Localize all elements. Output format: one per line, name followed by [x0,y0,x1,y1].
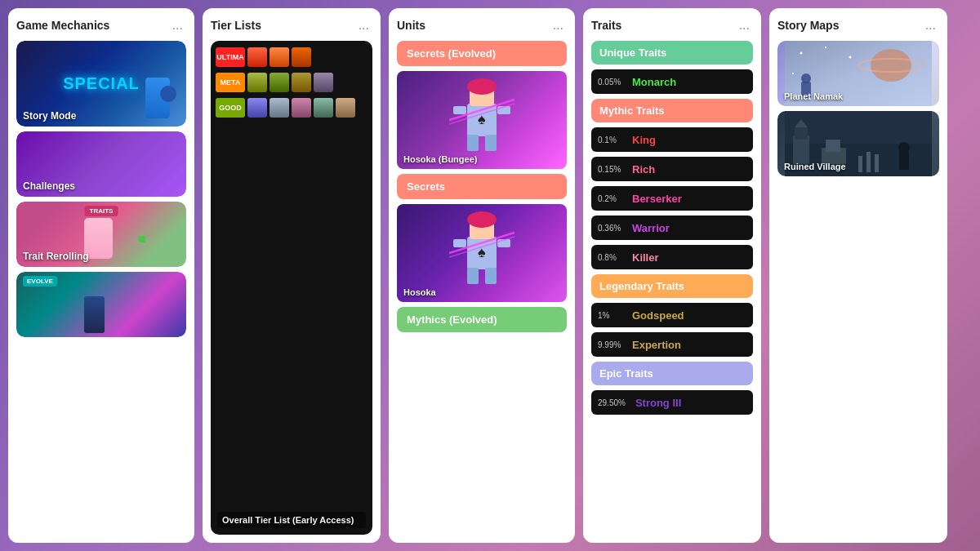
svg-point-26 [792,73,794,74]
overall-tier-label: Overall Tier List (Early Access) [217,512,366,528]
tier-avatar [336,98,355,118]
svg-point-40 [898,142,910,153]
trait-pct-strong: 29.50% [591,398,632,407]
units-list: Secrets (Evolved) ♠ [397,41,567,535]
traits-panel: Traits ... Unique Traits 0.05% Monarch M… [583,8,761,543]
evolve-card[interactable]: EVOLVE [16,272,186,337]
svg-rect-5 [485,135,497,151]
evolve-badge: EVOLVE [23,276,57,287]
svg-rect-16 [453,239,466,247]
units-header: Units ... [397,16,567,34]
trait-name-monarch: Monarch [629,76,679,88]
story-maps-header: Story Maps ... [777,16,939,34]
mythic-traits-header: Mythic Traits [591,99,753,122]
story-mode-card[interactable]: SPECIAL Story Mode [16,41,186,127]
units-title: Units [397,19,425,32]
trait-pct-killer: 0.8% [591,253,629,262]
trait-pct-king: 0.1% [591,136,629,144]
tier-avatar [292,47,311,67]
trait-pct-warrior: 0.36% [591,224,629,233]
ruined-village-label: Ruined Village [784,162,846,171]
hosoka-card[interactable]: ♠ Hosoka [397,204,567,302]
planet-namak-label: Planet Namak [784,91,843,101]
trait-pct-expertion: 9.99% [591,340,629,349]
svg-point-21 [871,49,911,82]
story-mode-label: Story Mode [23,110,76,122]
svg-rect-4 [467,135,479,151]
tier-avatar [292,98,311,118]
challenges-label: Challenges [23,180,75,192]
svg-rect-38 [875,154,879,172]
game-mechanics-list: SPECIAL Story Mode Challenges TRAITS Tra… [16,41,186,535]
svg-rect-37 [866,152,871,172]
traits-list: Unique Traits 0.05% Monarch Mythic Trait… [591,41,753,535]
trait-name-expertion: Expertion [629,339,684,351]
traits-menu-button[interactable]: ... [736,16,753,34]
game-mechanics-menu-button[interactable]: ... [169,16,186,34]
svg-rect-32 [795,127,808,140]
overall-tier-card[interactable]: ULTIMA META GOOD [211,41,372,535]
hosoka-bungee-card[interactable]: ♠ Hosoka (Bungee) [397,71,567,169]
tier-avatar [247,98,267,118]
svg-rect-15 [485,268,497,284]
tier-label-meta: META [216,73,245,92]
trait-row-king[interactable]: 0.1% King [591,127,753,152]
trait-row-godspeed[interactable]: 1% Godspeed [591,303,753,327]
trait-row-berserker[interactable]: 0.2% Berserker [591,186,753,211]
trait-name-king: King [629,134,659,146]
trait-name-berserker: Berserker [629,193,685,205]
story-maps-panel: Story Maps ... [769,8,947,543]
tier-lists-content: ULTIMA META GOOD [211,41,372,535]
traits-header: Traits ... [591,16,753,34]
secrets-evolved-header: Secrets (Evolved) [397,41,567,66]
svg-rect-6 [453,106,466,114]
units-menu-button[interactable]: ... [550,16,567,34]
trait-name-rich: Rich [629,163,658,176]
svg-point-28 [801,73,811,83]
story-maps-list: Planet Namak [777,41,939,535]
story-maps-menu-button[interactable]: ... [922,16,939,34]
trait-row-warrior[interactable]: 0.36% Warrior [591,216,753,240]
svg-point-2 [467,78,497,95]
game-mechanics-panel: Game Mechanics ... SPECIAL Story Mode Ch… [8,8,194,543]
tier-avatar [270,47,289,67]
mythics-evolved-header: Mythics (Evolved) [397,307,567,332]
trait-pct-rich: 0.15% [591,165,629,174]
tier-avatar [314,98,333,118]
tier-row-ultima: ULTIMA [216,46,368,69]
tier-label-good: GOOD [216,98,245,118]
hosoka-label: Hosoka [403,287,436,297]
trait-pct-berserker: 0.2% [591,194,629,203]
tier-label-ultima: ULTIMA [216,47,245,67]
tier-avatar [292,73,311,92]
tier-avatar [314,73,333,92]
trait-name-strong: Strong III [632,397,684,409]
tier-row-good: GOOD [216,96,368,119]
svg-rect-14 [467,268,479,284]
trait-pct-godspeed: 1% [591,311,629,320]
trait-row-expertion[interactable]: 9.99% Expertion [591,332,753,357]
planet-namak-card[interactable]: Planet Namak [777,41,939,106]
svg-rect-39 [899,152,909,170]
trait-rerolling-card[interactable]: TRAITS Trait Rerolling [16,202,186,267]
tier-row-meta: META [216,71,368,94]
trait-rerolling-label: Trait Rerolling [23,251,89,262]
svg-rect-36 [858,156,862,172]
svg-rect-31 [793,136,809,164]
svg-rect-35 [826,140,840,152]
trait-row-strong[interactable]: 29.50% Strong III [591,390,753,415]
trait-pct-monarch: 0.05% [591,78,629,87]
traits-title: Traits [591,19,621,32]
tier-lists-menu-button[interactable]: ... [355,16,372,34]
svg-point-12 [467,211,497,228]
ruined-village-card[interactable]: Ruined Village [777,111,939,176]
svg-point-23 [800,52,803,55]
trait-row-rich[interactable]: 0.15% Rich [591,157,753,181]
unique-traits-header: Unique Traits [591,41,753,64]
trait-row-monarch[interactable]: 0.05% Monarch [591,69,753,94]
challenges-card[interactable]: Challenges [16,131,186,197]
trait-name-warrior: Warrior [629,222,673,234]
legendary-traits-header: Legendary Traits [591,274,753,298]
game-mechanics-header: Game Mechanics ... [16,16,186,34]
trait-row-killer[interactable]: 0.8% Killer [591,245,753,269]
